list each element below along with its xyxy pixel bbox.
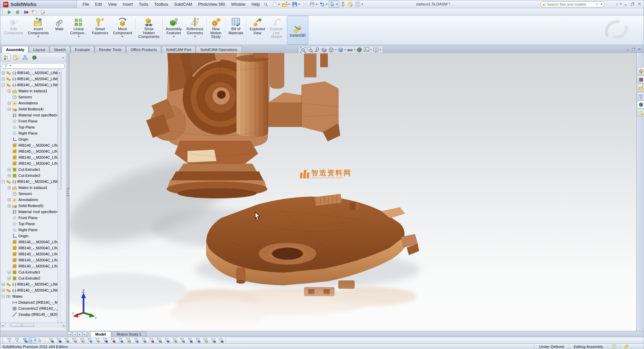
menu-file[interactable]: File [79,1,92,8]
doc-tab-motion-study-1[interactable]: Motion Study 1 [112,331,146,337]
view-settings-button[interactable] [373,47,381,53]
edit-appearance-button[interactable] [356,47,363,53]
tree-item[interactable]: +Sensors [0,94,62,100]
tree-item[interactable]: +Mates in zadaca1 [0,185,62,191]
collapse-icon[interactable]: − [2,180,5,183]
filter-solid-bodies-button[interactable] [78,338,86,343]
tree-item[interactable]: +Distance2 (IRB140_-_M2 [0,299,62,305]
tree-item[interactable]: +IRB140_-_M2004C_LINK [0,160,62,166]
select-button[interactable] [329,1,339,8]
dropdown-caret[interactable] [37,36,39,37]
menu-toolbox[interactable]: Toolbox [151,1,171,8]
tree-item[interactable]: +Front Plane [0,118,62,124]
filter-weld-symbols-button[interactable] [178,338,186,343]
dropdown-caret[interactable] [78,36,80,37]
child-minimize-icon[interactable] [626,46,630,52]
tree-item[interactable]: −Mates [0,293,62,299]
select-tool-button[interactable] [29,338,36,343]
tree-item[interactable]: +Annotations [0,197,62,203]
mate-button[interactable]: Mate [51,16,68,45]
graphics-viewport[interactable]: 智造资料网 MANUFACTURING DATA Z x y [69,53,636,331]
dropdown-caret[interactable] [354,49,356,50]
collapse-icon[interactable]: − [2,295,5,298]
close-document-button[interactable] [301,1,308,7]
file-explorer-tab[interactable] [637,84,644,92]
scroll-up-icon[interactable]: ▲ [58,70,62,74]
tree-item[interactable]: +Front Plane [0,215,62,221]
expand-icon[interactable]: + [8,168,11,171]
tree-item[interactable]: +Top Plane [0,124,62,130]
view-orientation-button[interactable] [328,47,337,53]
tree-item[interactable]: +IRB140_-_M2004C_LINK [0,245,62,251]
tree-item[interactable]: +Sensors [0,191,62,197]
expand-icon[interactable]: + [8,277,11,280]
child-restore-icon[interactable] [632,46,636,52]
options-button[interactable] [354,1,364,7]
filter-datums-button[interactable] [194,338,201,343]
filter-notes-button[interactable] [163,338,170,343]
tree-item[interactable]: +Cut-Extrude2 [0,275,62,281]
filter-vertices-button[interactable] [47,338,55,343]
menu-search-icon[interactable] [263,1,268,7]
filter-geometric-tolerances-button[interactable] [186,338,194,343]
collapse-icon[interactable]: − [2,84,5,87]
expand-icon[interactable]: + [2,78,5,81]
display-style-button[interactable] [337,47,346,53]
expand-icon[interactable]: + [8,174,11,177]
tree-item[interactable]: +(-) IRB140_-_M2004C_LINK5 [0,281,62,287]
section-view-button[interactable] [321,47,327,53]
file-properties-button[interactable] [347,1,354,7]
save-button[interactable] [291,1,301,7]
filter-sketch-segments-button[interactable] [116,338,124,343]
edit-macro-button[interactable] [39,8,47,15]
quick-tips-icon[interactable] [608,344,620,349]
smart-fasteners-button[interactable]: SmartFasteners [90,16,111,45]
explode-line-sketch-button[interactable]: ExplodeLineSketch [267,16,285,45]
doc-tab-model[interactable]: Model [90,331,111,337]
instant3d-button[interactable]: Instant3D [287,16,308,45]
minimize-button[interactable] [623,1,629,7]
tab-sketch[interactable]: Sketch [50,46,70,53]
hide-show-items-button[interactable] [347,47,356,53]
tree-item[interactable]: −(-) IRB140_-_M2004C_LINK3 [0,82,62,88]
new-motion-study-button[interactable]: NewMotionStudy [208,16,224,45]
dropdown-caret[interactable] [173,36,175,37]
select-all-filters-button[interactable] [21,338,29,343]
tree-item[interactable]: +Top Plane [0,221,62,227]
filter-dropdown-caret[interactable] [9,65,11,66]
tree-item[interactable]: +Origin [0,233,62,239]
restore-button[interactable] [630,1,636,7]
filter-connection-points-button[interactable] [209,338,217,343]
tree-item[interactable]: +IRB140_-_M2004C_LINK [0,251,62,257]
search-box[interactable] [540,1,605,7]
close-button[interactable] [637,1,642,7]
scrollbar-thumb[interactable]: ||| [10,323,34,327]
filter-centerlines-button[interactable] [140,338,147,343]
exploded-view-button[interactable]: ExplodedView [247,16,267,45]
panel-splitter[interactable]: ◂▸▸▸ [67,53,69,331]
apply-scene-button[interactable] [363,47,372,53]
show-hidden-components-button[interactable]: ShowHiddenComponents [136,16,162,45]
filter-blocks-button[interactable] [201,338,209,343]
help-button[interactable] [614,1,622,7]
view-palette-tab[interactable] [637,92,644,100]
expand-icon[interactable]: + [8,102,11,105]
dropdown-caret[interactable] [370,49,372,50]
appearances-scenes-tab[interactable] [637,101,644,108]
filter-faces-button[interactable] [62,338,70,343]
dropdown-caret[interactable] [361,4,363,5]
filter-routing-points-button[interactable] [217,338,224,343]
tree-item[interactable]: +IRB140_-_M2004C_LINK [0,263,62,269]
tree-item[interactable]: +IRB140_-_M2004C_LINK [0,154,62,160]
tab-assembly[interactable]: Assembly [2,46,29,53]
print-button[interactable] [309,1,318,7]
expand-icon[interactable]: + [8,108,11,111]
tree-item[interactable]: +(-) IRB140_-_M2004C_LINK2 [0,76,62,82]
expand-icon[interactable]: + [2,289,5,292]
tree-horizontal-scrollbar[interactable]: ◄ ||| ► [0,322,66,327]
tree-item[interactable]: +Mates in zadaca1 [0,88,62,94]
tree-item[interactable]: +Solid Bodies(4) [0,106,62,112]
filter-center-marks-button[interactable] [132,338,140,343]
tree-item[interactable]: +IRB140_-_M2004C_LINK [0,148,62,154]
dropdown-caret[interactable] [379,49,381,50]
